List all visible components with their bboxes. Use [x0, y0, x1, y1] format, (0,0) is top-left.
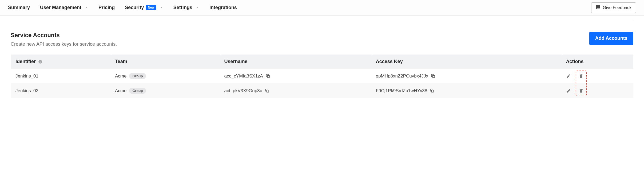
- cell-username: act_pkV3X9Gnp3u: [220, 83, 372, 98]
- nav-security[interactable]: Security New: [125, 5, 163, 10]
- edit-icon[interactable]: [566, 88, 571, 93]
- nav-label: Pricing: [98, 5, 115, 10]
- copy-icon[interactable]: [266, 74, 270, 78]
- nav-integrations[interactable]: Integrations: [209, 5, 237, 10]
- nav-label: Settings: [173, 5, 192, 10]
- cell-team: AcmeGroup: [111, 83, 220, 98]
- nav-label: User Management: [40, 5, 81, 10]
- table-wrapper: Identifier Team Username Access Key Acti…: [11, 55, 633, 98]
- content-area: Service Accounts Create new API access k…: [0, 15, 644, 103]
- cell-username: acc_cYMfa3SX1zA: [220, 69, 372, 83]
- svg-rect-2: [267, 90, 269, 92]
- nav-settings[interactable]: Settings: [173, 5, 199, 10]
- th-team: Team: [111, 55, 220, 69]
- chevron-down-icon: [196, 6, 199, 10]
- th-actions: Actions: [562, 55, 633, 69]
- copy-icon[interactable]: [265, 88, 269, 93]
- cell-identifier: Jenkins_02: [11, 83, 111, 98]
- nav-label: Summary: [8, 5, 30, 10]
- svg-rect-0: [267, 75, 269, 78]
- give-feedback-button[interactable]: Give Feedback: [591, 2, 636, 13]
- username-value: act_pkV3X9Gnp3u: [224, 88, 262, 94]
- section-titles: Service Accounts Create new API access k…: [11, 32, 117, 47]
- feedback-icon: [596, 5, 601, 11]
- copy-icon[interactable]: [431, 74, 435, 78]
- table-header-row: Identifier Team Username Access Key Acti…: [11, 55, 633, 69]
- trash-icon[interactable]: [579, 88, 583, 93]
- group-chip: Group: [129, 88, 146, 94]
- nav-user-management[interactable]: User Management: [40, 5, 88, 10]
- table-row: Jenkins_02AcmeGroupact_pkV3X9Gnp3uF9Cj1P…: [11, 83, 633, 98]
- section-header: Service Accounts Create new API access k…: [11, 32, 633, 47]
- table-row: Jenkins_01AcmeGroupacc_cYMfa3SX1zAqpMHp8…: [11, 69, 633, 83]
- nav-label: Integrations: [209, 5, 237, 10]
- section-title: Service Accounts: [11, 32, 117, 39]
- trash-icon[interactable]: [579, 74, 583, 78]
- th-label: Identifier: [15, 59, 36, 64]
- team-name: Acme: [115, 73, 126, 79]
- th-access-key: Access Key: [372, 55, 562, 69]
- service-accounts-table: Identifier Team Username Access Key Acti…: [11, 55, 633, 98]
- username-value: acc_cYMfa3SX1zA: [224, 73, 263, 79]
- section-description: Create new API access keys for service a…: [11, 41, 117, 47]
- nav-label: Security: [125, 5, 144, 10]
- new-badge: New: [146, 5, 156, 10]
- divider: [11, 21, 633, 21]
- edit-icon[interactable]: [566, 74, 571, 79]
- cell-team: AcmeGroup: [111, 69, 220, 83]
- access-key-value: F9Cj1Pk9SrdZp1wHYv38: [376, 88, 427, 94]
- copy-icon[interactable]: [430, 88, 434, 93]
- info-icon[interactable]: [38, 60, 42, 64]
- group-chip: Group: [129, 73, 146, 79]
- topbar: Summary User Management Pricing Security…: [0, 0, 644, 15]
- add-accounts-button[interactable]: Add Accounts: [589, 32, 633, 45]
- chevron-down-icon: [85, 6, 88, 10]
- chevron-down-icon: [160, 6, 163, 10]
- cell-access-key: qpMHp8xnZ2PCuvbx4JJx: [372, 69, 562, 83]
- th-identifier: Identifier: [11, 55, 111, 69]
- main-nav: Summary User Management Pricing Security…: [8, 5, 237, 10]
- svg-rect-1: [433, 75, 435, 78]
- feedback-label: Give Feedback: [603, 5, 631, 10]
- nav-pricing[interactable]: Pricing: [98, 5, 115, 10]
- cell-access-key: F9Cj1Pk9SrdZp1wHYv38: [372, 83, 562, 98]
- cell-actions: [562, 69, 633, 83]
- nav-summary[interactable]: Summary: [8, 5, 30, 10]
- th-username: Username: [220, 55, 372, 69]
- cell-actions: [562, 83, 633, 98]
- cell-identifier: Jenkins_01: [11, 69, 111, 83]
- svg-rect-3: [432, 90, 434, 92]
- team-name: Acme: [115, 88, 126, 94]
- access-key-value: qpMHp8xnZ2PCuvbx4JJx: [376, 73, 428, 79]
